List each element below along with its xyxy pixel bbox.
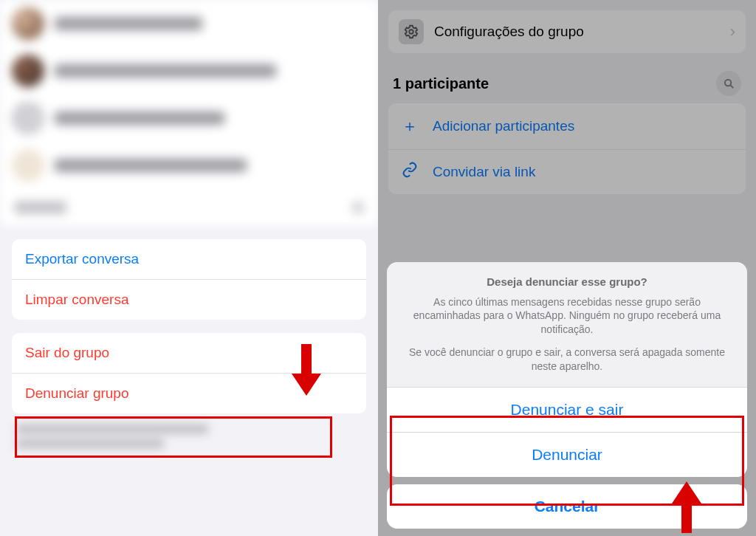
group-actions-card: Sair do grupo Denunciar grupo (12, 333, 366, 413)
avatar (12, 102, 44, 134)
conversation-actions-card: Exportar conversa Limpar conversa (12, 239, 366, 320)
see-more-row[interactable] (0, 189, 378, 226)
participant-name-blurred (55, 17, 202, 30)
participant-name-blurred (55, 111, 224, 125)
avatar (12, 7, 44, 40)
report-and-leave-button[interactable]: Denunciar e sair (387, 387, 747, 432)
participant-row (0, 47, 378, 95)
blurred-participants-list (0, 0, 378, 226)
action-sheet-body: Deseja denunciar esse grupo? As cinco úl… (387, 262, 747, 477)
action-sheet: Deseja denunciar esse grupo? As cinco úl… (387, 262, 747, 529)
report-button[interactable]: Denunciar (387, 432, 747, 477)
right-screenshot: Configurações do grupo › 1 participante … (378, 0, 756, 536)
left-screenshot: Exportar conversa Limpar conversa Sair d… (0, 0, 378, 536)
avatar (12, 149, 44, 182)
leave-group-button[interactable]: Sair do grupo (12, 333, 366, 373)
clear-conversation-button[interactable]: Limpar conversa (12, 279, 366, 320)
export-conversation-button[interactable]: Exportar conversa (12, 239, 366, 279)
avatar (12, 55, 44, 87)
action-sheet-header: Deseja denunciar esse grupo? As cinco úl… (387, 262, 747, 387)
participant-row (0, 142, 378, 189)
participant-name-blurred (55, 159, 247, 172)
participant-row (0, 95, 378, 142)
group-meta-blurred (0, 413, 378, 464)
sheet-message-2: Se você denunciar o grupo e sair, a conv… (402, 346, 732, 374)
sheet-message-1: As cinco últimas mensagens recebidas nes… (402, 295, 732, 337)
report-group-button[interactable]: Denunciar grupo (12, 373, 366, 413)
cancel-button[interactable]: Cancelar (387, 484, 747, 529)
participant-row (0, 0, 378, 47)
sheet-title: Deseja denunciar esse grupo? (402, 275, 732, 288)
participant-name-blurred (55, 64, 276, 78)
